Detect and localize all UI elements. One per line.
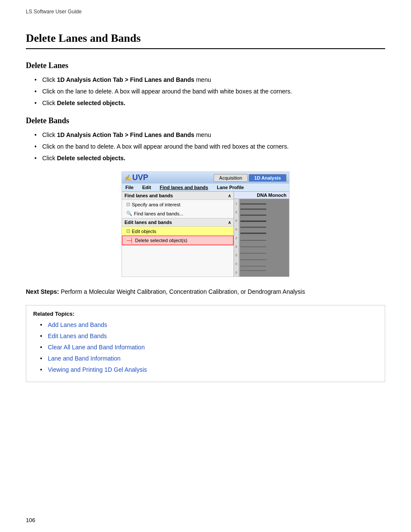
content-header: DNA Monoch xyxy=(234,192,289,199)
panel-header-edit: Edit lanes and bands ∧ xyxy=(122,218,234,227)
logo-text: UVP xyxy=(132,173,148,182)
panel-header-edit-label: Edit lanes and bands xyxy=(125,220,172,225)
list-item: Lane and Band Information xyxy=(40,354,378,363)
list-item: Click 1D Analysis Action Tab > Find Lane… xyxy=(34,131,385,140)
screenshot-content: DNA Monoch ◁ ▷ 105020500 xyxy=(234,192,289,277)
panel-item-specify[interactable]: ⊡ Specify area of interest xyxy=(122,200,234,209)
next-steps: Next Steps: Perform a Molecular Weight C… xyxy=(26,287,385,296)
bold-text: 1D Analysis Action Tab > Find Lanes and … xyxy=(57,76,194,83)
related-link-info[interactable]: Lane and Band Information xyxy=(48,355,121,362)
menu-edit[interactable]: Edit xyxy=(142,185,151,190)
related-link-add[interactable]: Add Lanes and Bands xyxy=(48,321,107,328)
svg-rect-1 xyxy=(240,203,266,205)
svg-rect-3 xyxy=(240,215,266,216)
panel-item-edit-objects[interactable]: ⊡ Edit objects xyxy=(122,227,234,236)
svg-rect-6 xyxy=(240,233,266,234)
menu-find[interactable]: Find lanes and bands xyxy=(160,185,208,190)
list-item: Click on the band to delete. A box will … xyxy=(34,142,385,151)
svg-rect-0 xyxy=(240,199,289,277)
svg-rect-9 xyxy=(240,253,266,254)
next-steps-text: Perform a Molecular Weight Calibration, … xyxy=(61,288,305,295)
screenshot-tabs: Acquisition 1D Analysis xyxy=(214,174,286,182)
section-delete-bands-title: Delete Bands xyxy=(26,116,385,125)
panel-item-edit-label: Edit objects xyxy=(132,229,156,234)
panel-section-find: Find lanes and bands ∧ ⊡ Specify area of… xyxy=(122,192,234,218)
screenshot-menubar: File Edit Find lanes and bands Lane Prof… xyxy=(122,184,289,192)
tab-acquisition[interactable]: Acquisition xyxy=(214,174,248,182)
list-item: Click Delete selected objects. xyxy=(34,154,385,163)
panel-item-find-label: Find lanes and bands... xyxy=(134,211,183,216)
screenshot-titlebar: ✍ UVP Acquisition 1D Analysis xyxy=(122,172,289,184)
uvp-logo: ✍ UVP xyxy=(125,173,148,182)
gel-area: ◁ ▷ 105020500 xyxy=(234,199,289,277)
next-steps-label: Next Steps: xyxy=(26,288,59,295)
delete-lanes-list: Click 1D Analysis Action Tab > Find Lane… xyxy=(34,75,385,108)
find-icon: 🔍 xyxy=(126,211,132,216)
list-item: Click 1D Analysis Action Tab > Find Lane… xyxy=(34,75,385,84)
svg-rect-10 xyxy=(240,259,266,260)
breadcrumb: LS Software User Guide xyxy=(26,9,385,15)
bold-text: 1D Analysis Action Tab > Find Lanes and … xyxy=(57,131,194,138)
section-delete-lanes-title: Delete Lanes xyxy=(26,61,385,70)
delete-bands-list: Click 1D Analysis Action Tab > Find Lane… xyxy=(34,131,385,163)
tab-1d-analysis[interactable]: 1D Analysis xyxy=(249,174,286,182)
list-item: Click Delete selected objects. xyxy=(34,99,385,108)
related-link-edit[interactable]: Edit Lanes and Bands xyxy=(48,333,107,339)
delete-icon: ─┤ xyxy=(127,238,134,243)
list-item: Clear All Lane and Band Information xyxy=(40,343,378,352)
list-item: Viewing and Printing 1D Gel Analysis xyxy=(40,365,378,374)
edit-icon: ⊡ xyxy=(126,228,130,234)
menu-file[interactable]: File xyxy=(125,185,134,190)
screenshot: ✍ UVP Acquisition 1D Analysis File Edit … xyxy=(121,171,290,277)
related-topics-title: Related Topics: xyxy=(33,311,378,317)
panel-item-delete[interactable]: ─┤ Delete selected object(s) xyxy=(122,236,234,245)
svg-rect-7 xyxy=(240,240,266,241)
page-number: 106 xyxy=(26,517,35,523)
caret-icon: ∧ xyxy=(228,193,231,198)
screenshot-panel: Find lanes and bands ∧ ⊡ Specify area of… xyxy=(122,192,234,277)
svg-rect-12 xyxy=(240,270,266,271)
related-link-clear[interactable]: Clear All Lane and Band Information xyxy=(48,344,145,351)
bold-text: Delete selected objects. xyxy=(57,100,125,106)
svg-rect-11 xyxy=(240,266,266,267)
panel-header-find-label: Find lanes and bands xyxy=(125,193,173,198)
svg-rect-5 xyxy=(240,227,266,228)
panel-item-specify-label: Specify area of interest xyxy=(132,202,181,207)
svg-rect-2 xyxy=(240,208,266,210)
related-link-view[interactable]: Viewing and Printing 1D Gel Analysis xyxy=(48,366,147,373)
caret-icon-2: ∧ xyxy=(228,220,231,225)
list-item: Edit Lanes and Bands xyxy=(40,332,378,341)
gel-image xyxy=(240,199,289,277)
svg-rect-8 xyxy=(240,246,266,247)
specify-icon: ⊡ xyxy=(126,202,130,207)
panel-item-delete-label: Delete selected object(s) xyxy=(135,238,187,243)
svg-rect-4 xyxy=(240,221,266,222)
logo-symbol: ✍ xyxy=(125,174,131,181)
page-container: LS Software User Guide Delete Lanes and … xyxy=(0,0,411,532)
related-topics-box: Related Topics: Add Lanes and Bands Edit… xyxy=(26,305,385,382)
gel-ruler: 105020500 xyxy=(234,199,239,277)
panel-item-find[interactable]: 🔍 Find lanes and bands... xyxy=(122,209,234,218)
page-title: Delete Lanes and Bands xyxy=(26,32,385,49)
list-item: Click on the lane to delete. A box will … xyxy=(34,87,385,96)
screenshot-body: Find lanes and bands ∧ ⊡ Specify area of… xyxy=(122,192,289,277)
list-item: Add Lanes and Bands xyxy=(40,320,378,330)
related-topics-list: Add Lanes and Bands Edit Lanes and Bands… xyxy=(40,320,378,374)
list-item-text: Click on the band to delete. A box will … xyxy=(42,143,289,150)
panel-section-edit: Edit lanes and bands ∧ ⊡ Edit objects ─┤… xyxy=(122,218,234,246)
menu-lane-profile[interactable]: Lane Profile xyxy=(217,185,244,190)
bold-text: Delete selected objects. xyxy=(57,155,125,162)
list-item-text: Click on the lane to delete. A box will … xyxy=(42,88,292,95)
panel-header-find: Find lanes and bands ∧ xyxy=(122,192,234,200)
